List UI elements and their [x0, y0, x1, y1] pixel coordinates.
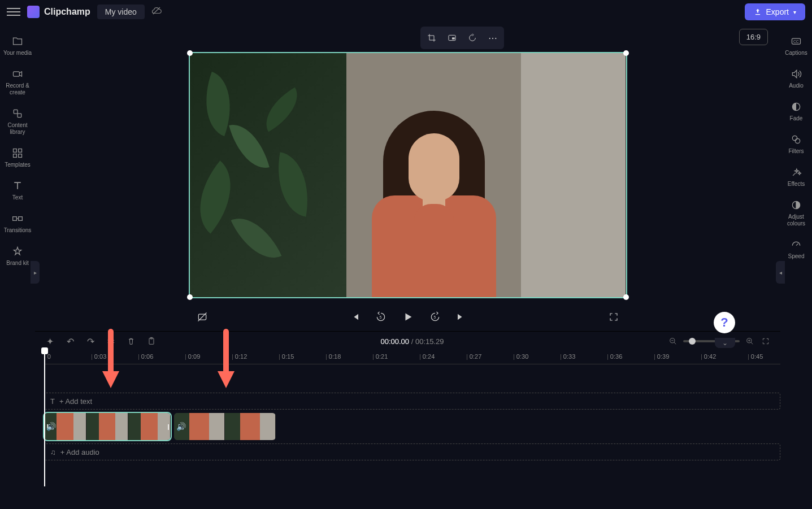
- instructional-arrow-1: [99, 329, 122, 391]
- text-track-icon: T: [50, 397, 55, 406]
- sidebar-item-adjust-colours[interactable]: Adjust colours: [780, 194, 812, 232]
- timeline-playhead[interactable]: [44, 351, 45, 486]
- left-sidebar: Your media Record & create Content libra…: [0, 24, 35, 509]
- delete-button[interactable]: [125, 336, 137, 347]
- expand-timeline-button[interactable]: ⌄: [715, 338, 735, 348]
- resize-handle-bottom-left[interactable]: [187, 294, 193, 300]
- ruler-tick: 0:42: [701, 353, 716, 360]
- play-button[interactable]: [399, 308, 417, 326]
- fade-icon: [790, 101, 802, 113]
- preview-frame: [190, 53, 626, 297]
- project-name-input[interactable]: My video: [97, 5, 145, 19]
- sidebar-item-record-create[interactable]: Record & create: [0, 63, 35, 101]
- sidebar-item-effects[interactable]: Effects: [780, 162, 812, 192]
- help-button[interactable]: ?: [714, 312, 735, 333]
- resize-handle-top-right[interactable]: [623, 50, 629, 56]
- magic-button[interactable]: ✦: [44, 336, 55, 347]
- sidebar-item-brand-kit[interactable]: Brand kit: [0, 241, 35, 271]
- audio-track-icon: ♫: [50, 448, 56, 456]
- video-track: || 🔊 || 🔊: [44, 413, 780, 440]
- ruler-tick: 0:21: [372, 353, 388, 360]
- collapse-right-sidebar-button[interactable]: ◂: [776, 261, 785, 284]
- text-track[interactable]: T + Add text: [44, 393, 780, 410]
- remove-background-button[interactable]: [194, 309, 210, 325]
- ruler-tick: 0:06: [138, 353, 153, 360]
- clip-audio-icon[interactable]: 🔊: [46, 422, 56, 431]
- hamburger-menu-icon[interactable]: [7, 5, 20, 19]
- clip-trim-right[interactable]: ||: [165, 413, 171, 440]
- upload-icon: [754, 8, 762, 16]
- aspect-ratio-button[interactable]: 16:9: [739, 29, 768, 45]
- cloud-sync-icon[interactable]: [151, 6, 162, 18]
- right-sidebar: CC Captions Audio Fade Filters Effects A…: [780, 24, 812, 509]
- crop-button[interactable]: [423, 29, 441, 47]
- folder-icon: [11, 35, 24, 47]
- svg-rect-7: [19, 154, 22, 158]
- resize-handle-bottom-right[interactable]: [623, 294, 629, 300]
- skip-forward-button[interactable]: [453, 309, 469, 325]
- sidebar-item-filters[interactable]: Filters: [780, 129, 812, 159]
- paste-button[interactable]: [146, 336, 157, 347]
- ruler-tick: 0:36: [607, 353, 622, 360]
- preview-toolbar: ⋯ 16:9: [35, 24, 780, 52]
- skip-back-button[interactable]: [347, 309, 363, 325]
- rewind-5s-button[interactable]: 5: [373, 309, 389, 325]
- resize-handle-top-left[interactable]: [187, 50, 193, 56]
- svg-rect-3: [18, 114, 21, 118]
- video-clip-1[interactable]: || 🔊 ||: [44, 413, 171, 440]
- svg-point-28: [792, 136, 797, 140]
- ruler-tick: 0:30: [513, 353, 528, 360]
- zoom-slider-handle[interactable]: [689, 338, 696, 345]
- fit-zoom-button[interactable]: [760, 336, 771, 347]
- export-button[interactable]: Export ▾: [745, 3, 805, 20]
- sidebar-item-transitions[interactable]: Transitions: [0, 208, 35, 238]
- speed-icon: [790, 238, 802, 251]
- svg-rect-6: [14, 154, 17, 158]
- svg-text:5: 5: [433, 315, 436, 319]
- playback-controls: 5 5: [189, 303, 627, 331]
- logo-icon: [27, 6, 40, 18]
- audio-track-placeholder: + Add audio: [60, 448, 99, 456]
- redo-button[interactable]: ↷: [85, 336, 96, 347]
- app-name: Clipchamp: [44, 7, 90, 17]
- clip-audio-icon[interactable]: 🔊: [176, 422, 186, 431]
- library-icon: [11, 107, 24, 120]
- sidebar-item-fade[interactable]: Fade: [780, 96, 812, 127]
- picture-in-picture-button[interactable]: [443, 29, 461, 47]
- svg-rect-9: [19, 217, 23, 221]
- app-logo[interactable]: Clipchamp: [27, 6, 90, 18]
- svg-line-20: [674, 342, 676, 345]
- camera-icon: [11, 68, 24, 80]
- sidebar-item-speed[interactable]: Speed: [780, 234, 812, 264]
- svg-line-31: [796, 243, 798, 245]
- video-clip-2[interactable]: 🔊: [174, 413, 276, 440]
- sidebar-item-content-library[interactable]: Content library: [0, 103, 35, 140]
- transitions-icon: [11, 212, 24, 225]
- undo-button[interactable]: ↶: [64, 336, 76, 347]
- instructional-arrow-2: [215, 329, 237, 391]
- fullscreen-button[interactable]: [606, 309, 622, 325]
- zoom-in-button[interactable]: [744, 336, 755, 347]
- zoom-out-button[interactable]: [667, 336, 679, 347]
- ruler-tick: 0:24: [419, 353, 435, 360]
- export-label: Export: [766, 7, 789, 16]
- audio-track[interactable]: ♫ + Add audio: [44, 443, 780, 460]
- sidebar-item-captions[interactable]: CC Captions: [780, 31, 812, 61]
- svg-text:5: 5: [379, 315, 381, 319]
- more-options-button[interactable]: ⋯: [484, 29, 502, 47]
- app-header: Clipchamp My video Export ▾: [0, 0, 812, 24]
- ruler-tick: 0:39: [654, 353, 669, 360]
- svg-rect-11: [452, 37, 455, 39]
- ruler-tick: 0:09: [185, 353, 200, 360]
- sidebar-item-audio[interactable]: Audio: [780, 63, 812, 94]
- forward-5s-button[interactable]: 5: [427, 309, 443, 325]
- timeline-toolbar: ✦ ↶ ↷ ✂ 00:00.00 / 00:15.29: [35, 332, 780, 351]
- filters-icon: [790, 133, 802, 146]
- sidebar-item-text[interactable]: Text: [0, 175, 35, 206]
- rotate-button[interactable]: [463, 29, 481, 47]
- sidebar-item-templates[interactable]: Templates: [0, 142, 35, 173]
- chevron-down-icon: ▾: [793, 9, 796, 15]
- video-preview[interactable]: [189, 52, 627, 298]
- timeline-ruler[interactable]: 00:030:060:090:120:150:180:210:240:270:3…: [44, 351, 780, 364]
- sidebar-item-your-media[interactable]: Your media: [0, 31, 35, 61]
